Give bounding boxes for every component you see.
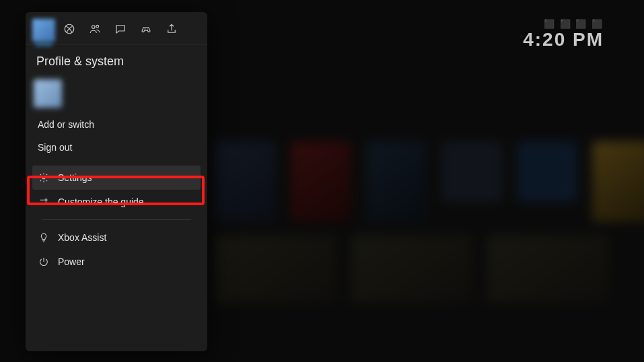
menu-customize-guide[interactable]: Customize the guide [32, 190, 201, 214]
gear-icon [38, 172, 50, 184]
menu-label: Power [58, 256, 85, 267]
lightbulb-icon [38, 231, 50, 244]
game-tile [291, 141, 351, 222]
game-tile [366, 141, 427, 222]
tab-share[interactable] [160, 19, 183, 42]
content-tile [215, 236, 336, 303]
profile-avatar [34, 79, 62, 108]
game-tile [592, 141, 644, 222]
app-tile [517, 141, 577, 202]
guide-panel: Profile & system Add or switch Sign out … [26, 12, 207, 351]
chat-icon [114, 23, 127, 38]
menu-sign-out[interactable]: Sign out [32, 136, 201, 159]
share-icon [166, 23, 178, 38]
menu-add-or-switch[interactable]: Add or switch [32, 113, 201, 136]
svg-point-5 [45, 199, 47, 201]
menu-label: Sign out [38, 142, 72, 153]
guide-menu: Add or switch Sign out Settings Customiz… [26, 110, 207, 277]
menu-settings[interactable]: Settings [32, 166, 201, 190]
menu-label: Xbox Assist [58, 232, 106, 243]
app-tile [441, 141, 502, 202]
menu-power[interactable]: Power [32, 250, 201, 274]
menu-label: Settings [58, 172, 92, 183]
guide-tabs [26, 12, 207, 45]
svg-point-2 [96, 25, 99, 28]
svg-point-6 [45, 203, 47, 205]
svg-point-3 [147, 28, 148, 29]
svg-point-1 [92, 26, 96, 29]
xbox-logo-icon [63, 23, 75, 38]
clock-time: 4:20 PM [523, 29, 604, 50]
menu-divider [42, 219, 191, 220]
tab-chat[interactable] [109, 19, 132, 42]
menu-xbox-assist[interactable]: Xbox Assist [32, 225, 201, 250]
tab-profile[interactable] [32, 19, 55, 42]
panel-title: Profile & system [26, 45, 207, 74]
game-tile [215, 141, 276, 222]
controller-icon [140, 23, 152, 38]
tab-games[interactable] [135, 19, 157, 42]
tab-xbox-home[interactable] [58, 19, 81, 42]
content-tile [487, 236, 608, 303]
customize-icon [38, 196, 50, 208]
menu-label: Add or switch [38, 119, 94, 130]
power-icon [38, 256, 50, 268]
people-icon [89, 23, 101, 38]
content-tile [351, 236, 472, 303]
svg-point-4 [42, 176, 45, 179]
status-indicators: ⬛ ⬛ ⬛ ⬛ [523, 19, 604, 29]
tab-people[interactable] [83, 19, 106, 42]
system-clock: ⬛ ⬛ ⬛ ⬛ 4:20 PM [523, 19, 604, 50]
menu-label: Customize the guide [58, 196, 144, 207]
current-profile[interactable] [26, 74, 207, 110]
